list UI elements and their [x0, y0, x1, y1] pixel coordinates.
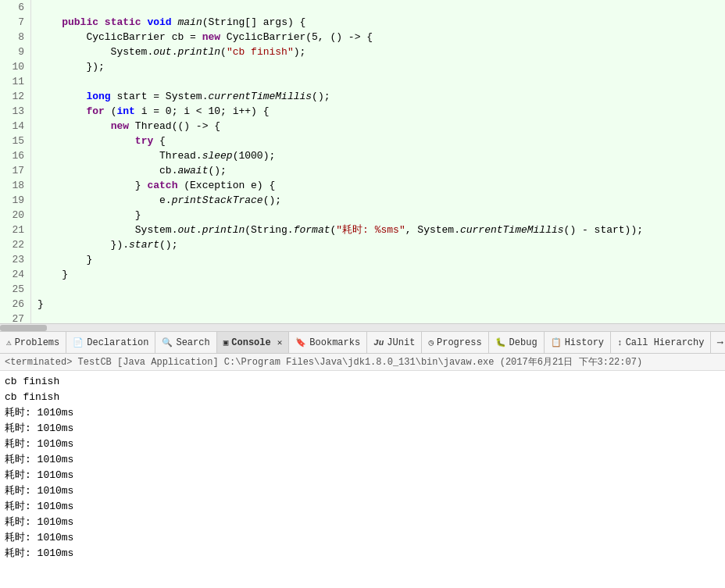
- code-content: public static void main(String[] args) {…: [31, 0, 725, 323]
- debug-icon: 🐛: [495, 337, 506, 347]
- tab-debug[interactable]: 🐛 Debug: [489, 332, 545, 354]
- callhierarchy-icon: ↕: [617, 338, 623, 347]
- progress-icon: ◷: [428, 337, 434, 347]
- console-output: cb finishcb finish耗时: 1010ms耗时: 1010ms耗时…: [0, 371, 725, 565]
- console-icon: ▣: [223, 337, 229, 347]
- console-header: <terminated> TestCB [Java Application] C…: [0, 354, 725, 371]
- tab-bookmarks[interactable]: 🔖 Bookmarks: [289, 332, 367, 354]
- bottom-panel: ⚠ Problems 📄 Declaration 🔍 Search ▣ Cons…: [0, 332, 725, 588]
- console-line: 耗时: 1010ms: [5, 499, 720, 515]
- code-line: }: [38, 252, 725, 267]
- tab-callhierarchy[interactable]: ↕ Call Hierarchy: [611, 332, 711, 354]
- code-line: cb.await();: [38, 163, 725, 178]
- console-close-icon[interactable]: ✕: [277, 337, 283, 347]
- tab-bookmarks-label: Bookmarks: [309, 337, 360, 348]
- code-line: try {: [38, 134, 725, 148]
- console-line: 耗时: 1010ms: [5, 405, 720, 421]
- code-line: [38, 0, 725, 15]
- code-line: [38, 312, 725, 323]
- code-line: long start = System.currentTimeMillis();: [38, 89, 725, 104]
- code-line: [38, 282, 725, 297]
- tabs-bar: ⚠ Problems 📄 Declaration 🔍 Search ▣ Cons…: [0, 332, 725, 354]
- line-numbers: 6 7 8 9 10 11 12 13 14 15 16 17 18 19 20…: [0, 0, 31, 323]
- console-line: 耗时: 1010ms: [5, 483, 720, 499]
- code-line: new Thread(() -> {: [38, 119, 725, 134]
- main-layout: 6 7 8 9 10 11 12 13 14 15 16 17 18 19 20…: [0, 0, 725, 588]
- code-line: [38, 74, 725, 89]
- code-line: System.out.println("cb finish");: [38, 45, 725, 59]
- problems-icon: ⚠: [6, 337, 12, 347]
- console-line: 耗时: 1010ms: [5, 546, 720, 561]
- tab-junit-label: JUnit: [387, 337, 415, 348]
- code-line: e.printStackTrace();: [38, 193, 725, 208]
- code-line: }: [38, 267, 725, 282]
- tab-debug-label: Debug: [509, 337, 538, 348]
- tab-callhierarchy-label: Call Hierarchy: [626, 337, 705, 348]
- console-line: 耗时: 1010ms: [5, 515, 720, 530]
- code-line: }: [38, 208, 725, 223]
- tab-progress-label: Progress: [437, 337, 482, 348]
- tab-search-label: Search: [176, 337, 209, 348]
- history-icon: 📋: [551, 337, 562, 347]
- bookmarks-icon: 🔖: [295, 337, 306, 347]
- tab-declaration-label: Declaration: [87, 337, 148, 348]
- search-icon: 🔍: [162, 337, 173, 347]
- code-line: CyclicBarrier cb = new CyclicBarrier(5, …: [38, 30, 725, 45]
- code-line: }).start();: [38, 237, 725, 252]
- code-line: }: [38, 297, 725, 312]
- tab-search[interactable]: 🔍 Search: [155, 332, 216, 354]
- console-header-text: <terminated> TestCB [Java Application] C…: [5, 357, 642, 368]
- tab-problems-label: Problems: [15, 337, 60, 348]
- tab-history[interactable]: 📋 History: [545, 332, 611, 354]
- tab-junit[interactable]: Ju JUnit: [367, 332, 422, 354]
- code-editor: 6 7 8 9 10 11 12 13 14 15 16 17 18 19 20…: [0, 0, 725, 324]
- code-line: System.out.println(String.format("耗时: %s…: [38, 223, 725, 237]
- tab-console-label: Console: [231, 337, 270, 348]
- junit-icon: Ju: [373, 338, 384, 347]
- console-line: cb finish: [5, 374, 720, 390]
- mergeresult-icon: ⟶: [717, 337, 723, 347]
- declaration-icon: 📄: [73, 337, 84, 347]
- code-line: });: [38, 59, 725, 74]
- tab-progress[interactable]: ◷ Progress: [422, 332, 488, 354]
- tab-problems[interactable]: ⚠ Problems: [0, 332, 66, 354]
- console-line: 耗时: 1010ms: [5, 421, 720, 437]
- scrollbar-thumb[interactable]: [0, 325, 47, 331]
- code-line: public static void main(String[] args) {: [38, 15, 725, 30]
- console-line: cb finish: [5, 390, 720, 405]
- console-line: 耗时: 1010ms: [5, 530, 720, 546]
- code-line: for (int i = 0; i < 10; i++) {: [38, 104, 725, 119]
- tab-console[interactable]: ▣ Console ✕: [217, 332, 290, 354]
- tab-mergeresult[interactable]: ⟶ Merge Result: [711, 332, 725, 354]
- console-line: 耗时: 1010ms: [5, 437, 720, 452]
- code-line: Thread.sleep(1000);: [38, 148, 725, 163]
- code-line: } catch (Exception e) {: [38, 178, 725, 193]
- console-line: 耗时: 1010ms: [5, 468, 720, 483]
- tab-history-label: History: [565, 337, 604, 348]
- console-line: 耗时: 1010ms: [5, 452, 720, 468]
- code-horizontal-scrollbar[interactable]: [0, 324, 725, 332]
- tab-declaration[interactable]: 📄 Declaration: [66, 332, 155, 354]
